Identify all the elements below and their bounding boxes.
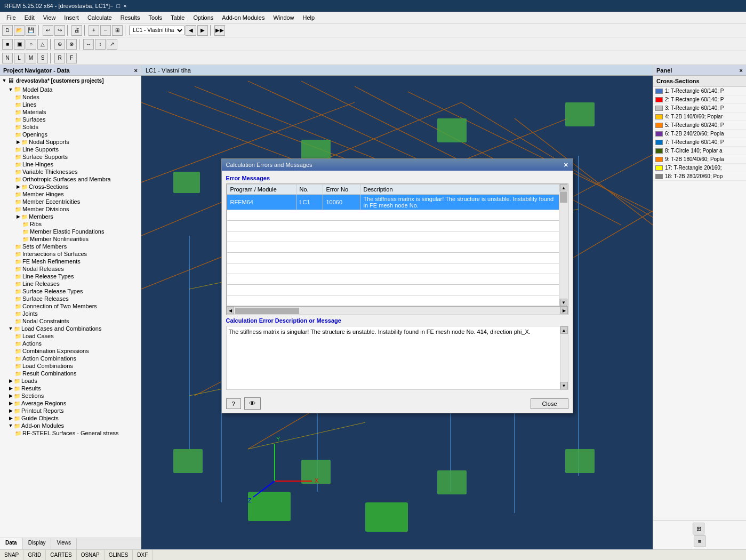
- tb3-4[interactable]: S: [37, 53, 48, 63]
- close-btn[interactable]: ×: [123, 3, 126, 9]
- tb2-8[interactable]: ↕: [95, 39, 106, 50]
- tree-rfsteel[interactable]: 📁 RF-STEEL Surfaces - General stress: [0, 429, 141, 437]
- tree-nodes[interactable]: 📁 Nodes: [0, 93, 141, 101]
- tree-line-hinges[interactable]: 📁 Line Hinges: [0, 161, 141, 168]
- tree-action-comb[interactable]: 📁 Action Combinations: [0, 355, 141, 362]
- tree-fe-mesh[interactable]: 📁 FE Mesh Refinements: [0, 258, 141, 265]
- tb2-7[interactable]: ↔: [83, 39, 94, 50]
- menu-edit[interactable]: Edit: [20, 13, 39, 22]
- tree-members[interactable]: ▶ 📁 Members: [0, 213, 141, 220]
- minimize-btn[interactable]: −: [110, 3, 113, 9]
- tab-views[interactable]: Views: [51, 538, 77, 549]
- tree-sets-members[interactable]: 📁 Sets of Members: [0, 243, 141, 250]
- tree-combo-expr[interactable]: 📁 Combination Expressions: [0, 347, 141, 355]
- tree-ribs[interactable]: 📁 Ribs: [0, 220, 141, 228]
- tree-nodal-releases[interactable]: 📁 Nodal Releases: [0, 265, 141, 273]
- cs-item-6[interactable]: 6: T-2B 240/20/60; Popla: [653, 130, 746, 138]
- menu-results[interactable]: Results: [116, 13, 145, 22]
- cs-item-17[interactable]: 17: T-Rectangle 20/160;: [653, 164, 746, 172]
- status-dxf[interactable]: DXF: [133, 550, 153, 560]
- close-button[interactable]: Close: [531, 398, 568, 409]
- tree-actions[interactable]: 📁 Actions: [0, 340, 141, 347]
- next-lc[interactable]: ▶: [197, 25, 208, 36]
- menu-view[interactable]: View: [39, 13, 60, 22]
- tb2-6[interactable]: ⊗: [66, 39, 77, 50]
- tree-member-ecc[interactable]: 📁 Member Eccentricities: [0, 198, 141, 205]
- tree-lcc[interactable]: ▼ 📁 Load Cases and Combinations: [0, 325, 141, 332]
- tree-intersections[interactable]: 📁 Intersections of Surfaces: [0, 250, 141, 258]
- help-button[interactable]: ?: [226, 398, 241, 409]
- cs-item-9[interactable]: 9: T-2B 180/40/60; Popla: [653, 155, 746, 164]
- menu-window[interactable]: Window: [269, 13, 298, 22]
- prev-lc[interactable]: ◀: [186, 25, 196, 36]
- tree-surface-release-types[interactable]: 📁 Surface Release Types: [0, 287, 141, 295]
- zoom-in[interactable]: +: [89, 25, 99, 36]
- tree-connection-two[interactable]: 📁 Connection of Two Members: [0, 302, 141, 310]
- tree-member-hinges[interactable]: 📁 Member Hinges: [0, 190, 141, 198]
- undo-btn[interactable]: ↩: [43, 25, 53, 36]
- tb3-1[interactable]: N: [2, 53, 13, 63]
- scroll-right-arrow[interactable]: ▶: [560, 307, 568, 314]
- tree-materials[interactable]: 📁 Materials: [0, 108, 141, 116]
- tree-line-release-types[interactable]: 📁 Line Release Types: [0, 273, 141, 280]
- tree-result-comb[interactable]: 📁 Result Combinations: [0, 370, 141, 377]
- tree-line-supports[interactable]: 📁 Line Supports: [0, 146, 141, 153]
- tb2-5[interactable]: ⊕: [54, 39, 65, 50]
- show-button[interactable]: 👁: [244, 397, 261, 410]
- load-case-combo[interactable]: LC1 - Vlastní tíha: [129, 26, 185, 35]
- tb3-5[interactable]: R: [54, 53, 65, 63]
- cs-item-5[interactable]: 5: T-Rectangle 60/240; P: [653, 121, 746, 130]
- tree-solids[interactable]: 📁 Solids: [0, 123, 141, 131]
- menu-calculate[interactable]: Calculate: [83, 13, 116, 22]
- tree-root[interactable]: ▼ 🖥 drevostavba* [customers projects]: [0, 76, 141, 85]
- tree-nodal-constraints[interactable]: 📁 Nodal Constraints: [0, 317, 141, 325]
- error-row-1[interactable]: RFEM64 LC1 10060 The stiffness matrix is…: [227, 195, 559, 210]
- tree-line-releases[interactable]: 📁 Line Releases: [0, 280, 141, 287]
- zoom-out[interactable]: −: [100, 25, 111, 36]
- maximize-btn[interactable]: □: [117, 3, 121, 9]
- tb2-9[interactable]: ↗: [107, 39, 117, 50]
- cs-item-7[interactable]: 7: T-Rectangle 60/140; P: [653, 138, 746, 147]
- menu-table[interactable]: Table: [166, 13, 189, 22]
- redo-btn[interactable]: ↪: [54, 25, 65, 36]
- tree-results[interactable]: ▶ 📁 Results: [0, 385, 141, 392]
- calc-desc-textarea[interactable]: The stiffness matrix is singular! The st…: [226, 326, 560, 390]
- print-btn[interactable]: 🖨: [71, 25, 82, 36]
- nav-close[interactable]: ×: [134, 67, 138, 74]
- desc-scroll-up[interactable]: ▲: [560, 326, 568, 334]
- dialog-close-btn[interactable]: ×: [564, 161, 568, 169]
- open-btn[interactable]: 📂: [14, 25, 25, 36]
- tree-var-thick[interactable]: 📁 Variable Thicknesses: [0, 168, 141, 175]
- tree-member-nonlin[interactable]: 📁 Member Nonlinearities: [0, 235, 141, 243]
- panel-icon-btn-1[interactable]: ⊞: [693, 523, 704, 534]
- tree-member-elastic[interactable]: 📁 Member Elastic Foundations: [0, 228, 141, 235]
- desc-scroll-down[interactable]: ▼: [560, 382, 568, 389]
- right-panel-close[interactable]: ×: [740, 67, 743, 74]
- tree-nodal-supports[interactable]: ▶ 📁 Nodal Supports: [0, 138, 141, 146]
- scroll-thumb-h[interactable]: [235, 308, 299, 314]
- cs-item-8[interactable]: 8: T-Circle 140; Poplar a: [653, 147, 746, 155]
- tree-loads[interactable]: ▶ 📁 Loads: [0, 377, 141, 385]
- tree-model-data[interactable]: ▼ 📁 Model Data: [0, 85, 141, 93]
- tree-printout[interactable]: ▶ 📁 Printout Reports: [0, 407, 141, 414]
- tb3-3[interactable]: M: [26, 53, 36, 63]
- tree-surface-releases[interactable]: 📁 Surface Releases: [0, 295, 141, 302]
- status-glines[interactable]: GLINES: [105, 550, 133, 560]
- cs-item-4[interactable]: 4: T-2B 140/0/60; Poplar: [653, 113, 746, 121]
- tree-load-cases[interactable]: 📁 Load Cases: [0, 332, 141, 340]
- tree-surface-supports[interactable]: 📁 Surface Supports: [0, 153, 141, 161]
- tb2-1[interactable]: ■: [2, 39, 13, 50]
- status-grid[interactable]: GRID: [23, 550, 46, 560]
- cs-item-18[interactable]: 18: T-2B 280/20/60; Pop: [653, 172, 746, 181]
- cs-item-1[interactable]: 1: T-Rectangle 60/140; P: [653, 87, 746, 95]
- tree-sections[interactable]: ▶ 📁 Sections: [0, 392, 141, 399]
- tree-avg-regions[interactable]: ▶ 📁 Average Regions: [0, 399, 141, 407]
- cs-item-3[interactable]: 3: T-Rectangle 60/140; P: [653, 104, 746, 113]
- status-snap[interactable]: SNAP: [0, 550, 23, 560]
- tb2-4[interactable]: △: [37, 39, 48, 50]
- tree-addon[interactable]: ▼ 📁 Add-on Modules: [0, 422, 141, 429]
- desc-scrollbar-v[interactable]: ▲ ▼: [560, 326, 568, 390]
- scroll-thumb[interactable]: [560, 192, 567, 203]
- tree-member-div[interactable]: 📁 Member Divisions: [0, 205, 141, 213]
- panel-icon-btn-2[interactable]: ≡: [694, 535, 705, 547]
